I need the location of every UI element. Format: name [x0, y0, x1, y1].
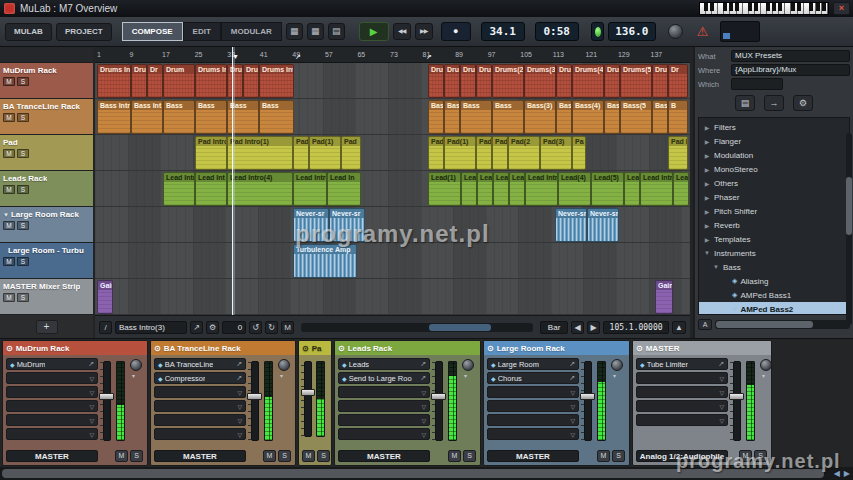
close-button[interactable]: ×: [833, 2, 850, 15]
transpose-value[interactable]: 0: [222, 321, 246, 334]
piano-black-key[interactable]: [704, 3, 708, 11]
module-slot-empty[interactable]: ▽: [6, 372, 98, 384]
module-slot-empty[interactable]: ▽: [636, 400, 728, 412]
piano-black-key[interactable]: [797, 3, 801, 11]
clip-lead[interactable]: Lead Intro(4): [227, 172, 293, 206]
piano-black-key[interactable]: [735, 3, 739, 11]
clip-bass[interactable]: Bass(4): [572, 100, 604, 134]
clip-drums[interactable]: Drums Intro(2): [259, 64, 294, 98]
grid-mode-select[interactable]: Bar: [540, 321, 568, 334]
tree-item[interactable]: ◈Aliasing: [699, 274, 849, 288]
grid-next-button[interactable]: ▶: [587, 321, 600, 334]
module-slot-empty[interactable]: ▽: [636, 372, 728, 384]
module-slot-empty[interactable]: ▽: [6, 414, 98, 426]
clip-drums[interactable]: Drums Ir: [195, 64, 227, 98]
tree-toggle-icon[interactable]: ▶: [703, 208, 711, 215]
clip-bass[interactable]: Bass: [195, 100, 227, 134]
clip-pad[interactable]: Pad(1): [444, 136, 476, 170]
module-slot-empty[interactable]: ▽: [338, 386, 430, 398]
clip-bass[interactable]: Bass: [604, 100, 620, 134]
rack-header[interactable]: ⊙BA TranceLine Rack: [151, 341, 295, 355]
auto-button[interactable]: A: [698, 319, 712, 330]
rack-gain-knob[interactable]: [611, 359, 623, 371]
track-mute-button[interactable]: M: [3, 113, 15, 122]
rack-fader-handle[interactable]: [247, 393, 262, 400]
ruler-marker[interactable]: ▼: [232, 53, 239, 60]
module-open-icon[interactable]: ↗: [420, 360, 426, 368]
rack-header[interactable]: ⊙Pa: [299, 341, 331, 355]
clip-drums[interactable]: Drums(4: [572, 64, 604, 98]
clip-pad[interactable]: Pad Ir: [293, 136, 309, 170]
module-slot-empty[interactable]: ▽: [636, 414, 728, 426]
tree-item[interactable]: ▼Instruments: [699, 246, 849, 260]
bottom-scrollbar[interactable]: ◀ ▶: [0, 467, 853, 480]
module-slot[interactable]: ◆MuDrum↗: [6, 358, 98, 370]
clip-drums[interactable]: Drum: [556, 64, 572, 98]
module-slot[interactable]: ◆Compressor↗: [154, 372, 246, 384]
rack-fader-handle[interactable]: [301, 389, 315, 396]
rack-header[interactable]: ⊙MASTER: [633, 341, 771, 355]
rack-fader-handle[interactable]: [729, 393, 744, 400]
clip-drums[interactable]: Drums Int: [97, 64, 131, 98]
rack-mute-button[interactable]: M: [302, 450, 315, 462]
rack-header[interactable]: ⊙Large Room Rack: [484, 341, 629, 355]
what-select[interactable]: MUX Presets: [731, 50, 850, 62]
module-slot[interactable]: ◆Tube Limiter↗: [636, 358, 728, 370]
clip-bass[interactable]: Bass(5: [620, 100, 652, 134]
rack-gain-knob[interactable]: [130, 359, 142, 371]
tree-toggle-icon[interactable]: ▶: [703, 222, 711, 229]
module-open-icon[interactable]: ↗: [569, 360, 575, 368]
piano-black-key[interactable]: [778, 3, 782, 11]
forward-button[interactable]: ▶▶: [415, 23, 433, 40]
clip-drums[interactable]: Drums(2: [492, 64, 524, 98]
track-header[interactable]: MuDrum RackMS: [0, 63, 93, 99]
clip-pad[interactable]: Pad(2: [492, 136, 508, 170]
draw-tool-button[interactable]: /: [99, 321, 112, 334]
tree-item[interactable]: ▶Others: [699, 176, 849, 190]
track-mute-button[interactable]: M: [3, 149, 15, 158]
rack-header[interactable]: ⊙Leads Rack: [335, 341, 480, 355]
rack-output-button[interactable]: MASTER: [154, 450, 246, 462]
tree-item[interactable]: ▶MonoStereo: [699, 162, 849, 176]
tree-item[interactable]: ▶Flanger: [699, 134, 849, 148]
clip-lead[interactable]: Lead(: [509, 172, 525, 206]
grid-prev-button[interactable]: ◀: [571, 321, 584, 334]
module-slot-empty[interactable]: ▽: [154, 414, 246, 426]
clip-bass[interactable]: Bass: [444, 100, 460, 134]
tree-item[interactable]: ▼Bass: [699, 260, 849, 274]
track-solo-button[interactable]: S: [17, 113, 29, 122]
clip-gain[interactable]: Gain: [97, 280, 113, 314]
clip-lead[interactable]: Lead(2): [461, 172, 477, 206]
tree-toggle-icon[interactable]: ▶: [703, 124, 711, 131]
collapse-button[interactable]: ▲: [672, 321, 686, 334]
clip-lead[interactable]: Lead In: [327, 172, 361, 206]
module-slot-empty[interactable]: ▽: [487, 400, 579, 412]
browser-hscrollbar[interactable]: [715, 320, 850, 329]
rack-fader[interactable]: [435, 361, 443, 441]
mulab-menu-button[interactable]: MULAB: [5, 23, 52, 41]
module-open-icon[interactable]: ↗: [420, 374, 426, 382]
rack-fader[interactable]: [584, 361, 592, 441]
clip-pad[interactable]: Pad Intro: [195, 136, 227, 170]
rack-mute-button[interactable]: M: [263, 450, 276, 462]
tempo-display[interactable]: 136.0: [608, 22, 656, 41]
clip-audio[interactable]: Turbulence Amp: [293, 244, 357, 278]
clip-pad[interactable]: Pad: [341, 136, 361, 170]
tree-toggle-icon[interactable]: ▶: [703, 180, 711, 187]
clip-drums[interactable]: Drum: [476, 64, 492, 98]
clip-drums[interactable]: Drur: [652, 64, 668, 98]
tree-toggle-icon[interactable]: ▶: [703, 236, 711, 243]
track-solo-button[interactable]: S: [17, 293, 29, 302]
clip-lead[interactable]: Lead(1): [428, 172, 461, 206]
clip-drums[interactable]: Dr: [668, 64, 688, 98]
tree-item[interactable]: ▶Reverb: [699, 218, 849, 232]
clip-pad[interactable]: Pad I: [668, 136, 688, 170]
rack-mute-button[interactable]: M: [115, 450, 128, 462]
clip-bass[interactable]: Bass: [652, 100, 668, 134]
piano-black-key[interactable]: [791, 3, 795, 11]
rack-output-button[interactable]: MASTER: [487, 450, 579, 462]
piano-black-key[interactable]: [754, 3, 758, 11]
where-select[interactable]: {AppLibrary}/Mux: [731, 64, 850, 76]
piano-black-key[interactable]: [748, 3, 752, 11]
clip-pad[interactable]: Pa: [572, 136, 586, 170]
